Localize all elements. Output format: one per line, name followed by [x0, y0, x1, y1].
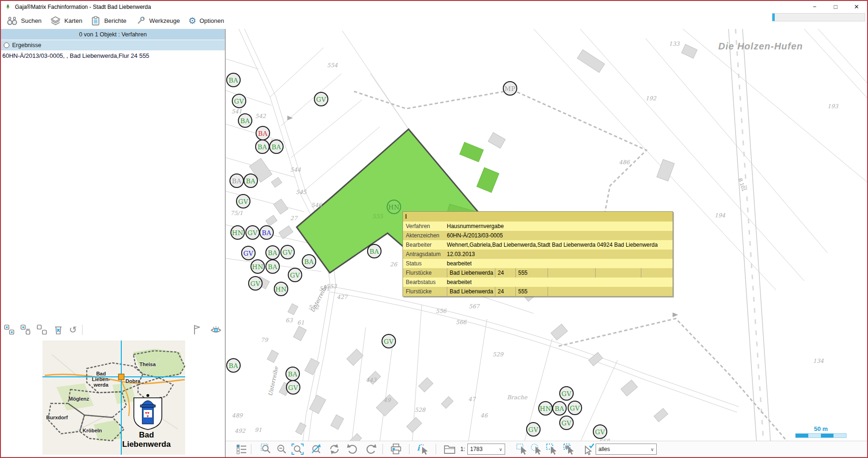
- map-marker-gv[interactable]: GV: [286, 380, 300, 395]
- minimap-place-label: Kröbeln: [83, 428, 102, 434]
- info-tool-icon[interactable]: i: [416, 443, 429, 455]
- flag-icon[interactable]: [192, 324, 202, 335]
- select-circle-icon[interactable]: [530, 443, 543, 455]
- undo-icon[interactable]: [347, 443, 359, 455]
- map-marker-ba[interactable]: BA: [265, 259, 280, 274]
- clear-selection-icon[interactable]: [36, 324, 48, 335]
- minimap-place-label: Dobra: [125, 379, 140, 384]
- minimize-button[interactable]: −: [804, 1, 825, 13]
- map-marker-ba[interactable]: BA: [255, 139, 270, 154]
- map-marker-ba[interactable]: BA: [302, 254, 316, 269]
- map-marker-ba[interactable]: BA: [229, 173, 244, 188]
- map-marker-gv[interactable]: GV: [245, 225, 260, 240]
- map-marker-ba[interactable]: BA: [256, 126, 270, 140]
- menu-suchen[interactable]: Suchen: [4, 14, 47, 28]
- redo-icon[interactable]: [365, 443, 377, 455]
- map-marker-ba[interactable]: BA: [238, 113, 252, 128]
- tooltip-row: BearbeiterWehnert,Gabriela,Bad Liebenwer…: [403, 240, 673, 250]
- tooltip-header: [403, 212, 673, 222]
- map-marker-gv[interactable]: GV: [568, 401, 582, 415]
- divider: [82, 325, 83, 335]
- layers-icon: [50, 16, 61, 26]
- undo-selection-icon[interactable]: ↺: [69, 325, 77, 334]
- map-marker-ba[interactable]: BA: [269, 139, 284, 154]
- map-marker-gv[interactable]: GV: [314, 92, 328, 106]
- zoom-out-icon[interactable]: [276, 443, 288, 455]
- zoom-extent-icon[interactable]: [291, 443, 304, 455]
- map-marker-gv[interactable]: GV: [288, 268, 302, 282]
- map-marker-hn[interactable]: HN: [538, 401, 553, 416]
- map-marker-ba[interactable]: BA: [259, 225, 274, 240]
- result-item[interactable]: 60HN-Ä/2013/03-0005, , Bad Liebenwerda,F…: [1, 50, 225, 61]
- map-marker-hn[interactable]: HN: [250, 259, 265, 274]
- map-viewport[interactable]: 5541331921934861941345415425435445455462…: [226, 29, 867, 441]
- tooltip-cell: Bad Liebenwerda: [447, 287, 495, 296]
- tooltip-row-label: Bearbeiter: [403, 240, 447, 250]
- eye-icon[interactable]: [210, 324, 222, 335]
- map-marker-ba[interactable]: BA: [243, 173, 258, 188]
- tooltip-row: Aktenzeichen60HN-Ä/2013/03-0005: [403, 231, 673, 240]
- parcel-label: 528: [415, 407, 425, 413]
- binoculars-icon: [7, 16, 18, 26]
- add-selection-icon[interactable]: [20, 324, 31, 335]
- select-rectangle-icon[interactable]: [516, 443, 529, 455]
- map-marker-gv[interactable]: GV: [593, 424, 607, 439]
- tooltip-cell: [548, 268, 596, 278]
- menu-karten[interactable]: Karten: [47, 14, 88, 28]
- map-marker-gv[interactable]: GV: [559, 416, 574, 430]
- select-polygon-icon[interactable]: [546, 443, 559, 455]
- refresh-icon[interactable]: [328, 443, 341, 455]
- map-marker-mp[interactable]: MP: [503, 81, 517, 96]
- main-toolbar: Suchen Karten Berichte Werkzeuge ⚙ O: [1, 13, 867, 29]
- tooltip-row-label: Bearbstatus: [403, 278, 447, 287]
- map-marker-ba[interactable]: BA: [226, 73, 241, 87]
- parcel-label: 91: [255, 427, 262, 433]
- map-marker-gv[interactable]: GV: [241, 246, 256, 260]
- menu-optionen[interactable]: ⚙ Optionen: [186, 15, 230, 27]
- select-confirm-icon[interactable]: [583, 443, 596, 455]
- panel-splitter[interactable]: [225, 29, 226, 457]
- map-marker-gv[interactable]: GV: [526, 422, 541, 437]
- tooltip-row-label: Status: [403, 259, 447, 268]
- map-marker-gv[interactable]: GV: [236, 194, 250, 208]
- map-marker-hn[interactable]: HN: [230, 225, 245, 240]
- tooltip-row-label: Aktenzeichen: [403, 231, 447, 240]
- print-icon[interactable]: [389, 443, 403, 455]
- map-marker-ba[interactable]: BA: [367, 244, 382, 258]
- maximize-button[interactable]: □: [825, 1, 846, 13]
- map-marker-hn[interactable]: HN: [387, 200, 401, 214]
- zoom-selection-icon[interactable]: [310, 443, 323, 455]
- filter-value: alles: [598, 446, 610, 452]
- map-marker-gv[interactable]: GV: [232, 94, 246, 108]
- minimap-place-label: Möglenz: [69, 396, 89, 402]
- tooltip-row-label: Antragsdatum: [403, 250, 447, 259]
- scale-combobox[interactable]: 1783 ∨: [467, 444, 505, 455]
- zoom-window-icon[interactable]: [260, 443, 272, 455]
- delete-selection-icon[interactable]: [53, 324, 64, 335]
- map-marker-gv[interactable]: GV: [559, 386, 574, 401]
- close-button[interactable]: ✕: [846, 1, 867, 13]
- open-folder-icon[interactable]: [443, 443, 456, 455]
- tooltip-cell: Bad Liebenwerda: [447, 268, 495, 278]
- parcel-label: Brache: [507, 394, 527, 401]
- map-marker-ba[interactable]: BA: [552, 401, 567, 416]
- overview-minimap[interactable]: ♥♥ ♥ TheisaBad Lieben- werdaDobraMöglenz…: [42, 340, 185, 455]
- results-group-row[interactable]: Ergebnisse: [1, 40, 225, 50]
- map-marker-ba[interactable]: BA: [226, 358, 241, 373]
- tooltip-row-value: bearbeitet: [447, 278, 472, 287]
- map-marker-hn[interactable]: HN: [274, 282, 288, 296]
- legend-icon[interactable]: [236, 444, 248, 455]
- report-icon: [90, 16, 101, 26]
- map-marker-ba[interactable]: BA: [285, 367, 300, 381]
- select-objects-icon[interactable]: [4, 324, 15, 335]
- map-marker-ba[interactable]: BA: [265, 245, 280, 260]
- map-marker-gv[interactable]: GV: [382, 334, 396, 348]
- menu-berichte[interactable]: Berichte: [88, 14, 132, 28]
- select-filled-icon[interactable]: [563, 443, 576, 455]
- map-marker-gv[interactable]: GV: [248, 276, 263, 291]
- menu-werkzeuge[interactable]: Werkzeuge: [132, 14, 186, 28]
- radio-icon: [4, 42, 9, 48]
- selection-tools: ↺: [4, 323, 83, 337]
- map-marker-gv[interactable]: GV: [280, 245, 295, 259]
- filter-combobox[interactable]: alles ∨: [596, 444, 657, 455]
